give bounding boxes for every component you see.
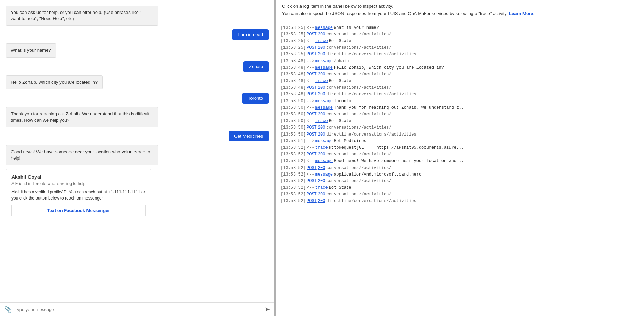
log-line[interactable]: [13:53:50]POST200conversations//activiti… [281,111,640,118]
log-status[interactable]: 200 [318,124,325,131]
log-line[interactable]: [13:53:25]<--messageWhat is your name? [281,25,640,31]
log-label[interactable]: message [315,138,333,145]
log-line[interactable]: [13:53:25]POST200conversations//activiti… [281,44,640,51]
log-line[interactable]: [13:53:25]POST200directline/conversation… [281,51,640,58]
log-status[interactable]: 200 [318,51,325,58]
user-message-4[interactable]: Get Medicines [229,131,269,141]
attach-icon[interactable]: 📎 [4,306,12,313]
log-text: Bot State [329,38,352,44]
log-line[interactable]: [13:53:52]POST200directline/conversation… [281,198,640,204]
log-method[interactable]: POST [307,131,317,138]
send-icon[interactable]: ➤ [265,306,270,313]
log-info-line2: You can also inspect the JSON responses … [282,10,638,17]
log-method[interactable]: POST [307,124,317,131]
log-label[interactable]: trace [315,78,328,84]
log-line[interactable]: [13:53:25]<--traceBot State [281,38,640,44]
log-method[interactable]: POST [307,111,317,118]
log-line[interactable]: [13:53:48]-->messageZohaib [281,58,640,65]
log-line[interactable]: [13:53:50]POST200directline/conversation… [281,131,640,138]
user-message-2[interactable]: Zohaib [243,61,269,72]
log-line[interactable]: [13:53:50]-->messageToronto [281,98,640,105]
log-line[interactable]: [13:53:52]POST200conversations//activiti… [281,165,640,171]
log-line[interactable]: [13:53:52]<--messageGood news! We have s… [281,158,640,164]
log-timestamp: [13:53:52] [281,198,306,204]
log-url: conversations//activities/ [326,71,391,78]
log-arrow: <-- [307,118,314,124]
learn-more-link[interactable]: Learn More. [509,11,535,16]
log-status[interactable]: 200 [318,198,325,204]
log-method[interactable]: POST [307,178,317,185]
log-method[interactable]: POST [307,84,317,91]
log-line[interactable]: [13:53:52]<--traceHttpRequest[GET = 'htt… [281,145,640,151]
log-timestamp: [13:53:50] [281,98,306,105]
log-url: directline/conversations//activities [326,51,416,58]
log-line[interactable]: [13:53:48]POST200conversations//activiti… [281,84,640,91]
log-line[interactable]: [13:53:50]<--messageThank you for reachi… [281,105,640,111]
log-line[interactable]: [13:53:52]<--messageapplication/vnd.micr… [281,171,640,178]
log-line[interactable]: [13:53:25]POST200conversations//activiti… [281,31,640,38]
log-method[interactable]: POST [307,91,317,98]
log-arrow: <-- [307,38,314,44]
log-status[interactable]: 200 [318,151,325,158]
log-line[interactable]: [13:53:48]POST200directline/conversation… [281,91,640,98]
log-status[interactable]: 200 [318,178,325,185]
log-timestamp: [13:53:48] [281,65,306,71]
log-arrow: <-- [307,145,314,151]
log-status[interactable]: 200 [318,44,325,51]
log-method[interactable]: POST [307,71,317,78]
log-status[interactable]: 200 [318,31,325,38]
log-url: conversations//activities/ [326,151,391,158]
log-timestamp: [13:53:50] [281,124,306,131]
log-line[interactable]: [13:53:52]POST200conversations//activiti… [281,151,640,158]
log-method[interactable]: POST [307,44,317,51]
log-line[interactable]: [13:53:50]<--traceBot State [281,118,640,124]
log-line[interactable]: [13:53:52]POST200conversations//activiti… [281,178,640,185]
chat-panel: You can ask us for help, or you can offe… [0,0,274,316]
log-label[interactable]: message [315,58,333,65]
log-url: conversations//activities/ [326,191,391,198]
log-method[interactable]: POST [307,51,317,58]
user-message-3[interactable]: Toronto [242,93,269,104]
log-status[interactable]: 200 [318,71,325,78]
log-method[interactable]: POST [307,191,317,198]
log-text: Good news! We have someone near your loc… [334,158,467,164]
log-line[interactable]: [13:53:48]<--traceBot State [281,78,640,84]
facebook-messenger-button[interactable]: Text on Facebook Messenger [11,205,146,216]
log-label[interactable]: message [315,158,333,164]
bot-message-3: Hello Zohaib, which city you are located… [6,75,103,89]
log-label[interactable]: message [315,105,333,111]
log-label[interactable]: message [315,98,333,105]
log-label[interactable]: message [315,171,333,178]
log-line[interactable]: [13:53:52]<--traceBot State [281,185,640,191]
bot-message-5: Good news! We have someone near your loc… [6,145,158,165]
chat-input[interactable] [15,307,262,312]
log-status[interactable]: 200 [318,111,325,118]
log-status[interactable]: 200 [318,165,325,171]
log-method[interactable]: POST [307,151,317,158]
log-label[interactable]: trace [315,38,328,44]
log-status[interactable]: 200 [318,131,325,138]
card-subtitle: A Friend in Toronto who is willing to he… [11,181,146,186]
log-line[interactable]: [13:53:50]POST200conversations//activiti… [281,124,640,131]
log-line[interactable]: [13:53:48]<--messageHello Zohaib, which … [281,65,640,71]
log-method[interactable]: POST [307,31,317,38]
log-arrow: --> [307,138,314,145]
log-label[interactable]: trace [315,185,328,191]
log-arrow: <-- [307,25,314,31]
log-arrow: <-- [307,105,314,111]
log-line[interactable]: [13:53:48]POST200conversations//activiti… [281,71,640,78]
log-label[interactable]: message [315,65,333,71]
log-url: conversations//activities/ [326,178,391,185]
log-timestamp: [13:53:48] [281,71,306,78]
log-method[interactable]: POST [307,198,317,204]
user-message-1[interactable]: I am in need [232,29,269,40]
log-method[interactable]: POST [307,165,317,171]
log-status[interactable]: 200 [318,191,325,198]
log-label[interactable]: trace [315,118,328,124]
log-status[interactable]: 200 [318,84,325,91]
log-line[interactable]: [13:53:51]-->messageGet Medicines [281,138,640,145]
log-status[interactable]: 200 [318,91,325,98]
log-line[interactable]: [13:53:52]POST200conversations//activiti… [281,191,640,198]
log-label[interactable]: message [315,25,333,31]
log-label[interactable]: trace [315,145,328,151]
